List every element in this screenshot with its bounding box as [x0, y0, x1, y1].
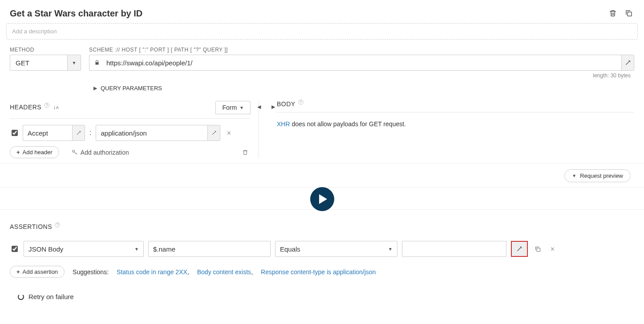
caret-right-icon: ▶ — [93, 85, 97, 91]
url-length-text: length: 30 bytes — [0, 71, 644, 79]
lock-icon — [89, 60, 105, 66]
svg-rect-0 — [628, 12, 632, 16]
assertions-title: ASSERTIONS — [10, 223, 52, 230]
assertion-path-input[interactable]: $.name — [148, 241, 271, 257]
help-icon[interactable]: ? — [44, 103, 49, 108]
suggestions-label: Suggestions: — [73, 268, 109, 276]
add-authorization-button[interactable]: Add authorization — [72, 149, 129, 156]
delete-button[interactable] — [608, 8, 618, 19]
colon-separator: : — [89, 129, 92, 137]
assertion-expected-input[interactable] — [402, 241, 506, 257]
help-icon[interactable]: ? — [55, 222, 60, 228]
url-input[interactable]: https://swapi.co/api/people/1/ — [89, 55, 634, 71]
collapse-left-icon[interactable]: ◀ — [255, 102, 263, 112]
suggestion-link[interactable]: Status code in range 2XX — [117, 268, 189, 276]
assertion-magic-wand-button[interactable] — [511, 241, 528, 257]
assertion-row: JSON Body▼ $.name Equals▼ ✕ — [0, 241, 644, 262]
method-label: METHOD — [10, 47, 81, 53]
add-assertion-button[interactable]: +Add assertion — [10, 266, 65, 278]
retry-on-failure-toggle[interactable]: Retry on failure — [0, 281, 644, 309]
caret-down-icon: ▼ — [67, 55, 81, 70]
play-icon — [319, 194, 327, 204]
assertion-source-select[interactable]: JSON Body▼ — [24, 241, 144, 257]
help-icon[interactable]: ? — [298, 100, 304, 105]
headers-title: HEADERS — [10, 104, 41, 111]
suggestion-link[interactable]: Response content-type is application/jso… — [261, 268, 376, 276]
body-title: BODY — [277, 100, 296, 108]
remove-header-button[interactable]: ✕ — [224, 130, 234, 136]
add-header-button[interactable]: +Add header — [10, 146, 59, 158]
magic-wand-icon[interactable] — [72, 125, 85, 140]
page-title: Get a Star Wars character by ID — [10, 8, 142, 19]
copy-button[interactable] — [624, 8, 634, 19]
run-request-button[interactable] — [310, 187, 334, 211]
assertion-enabled-checkbox[interactable] — [12, 246, 18, 252]
suggestion-link[interactable]: Body content exists — [197, 268, 253, 276]
clear-headers-button[interactable] — [240, 147, 251, 158]
query-parameters-toggle[interactable]: ▶ QUERY PARAMETERS — [0, 79, 644, 98]
url-scheme-label: SCHEME :// HOST [ ":" PORT ] [ PATH [ "?… — [89, 47, 228, 53]
sort-icon[interactable]: ↓A — [53, 104, 59, 110]
magic-wand-icon[interactable] — [207, 125, 220, 140]
svg-point-1 — [73, 150, 75, 152]
body-message: XHR does not allow payloads for GET requ… — [277, 119, 634, 128]
xhr-link[interactable]: XHR — [277, 120, 290, 128]
header-enabled-checkbox[interactable] — [12, 130, 18, 136]
remove-assertion-button[interactable]: ✕ — [547, 246, 558, 252]
request-preview-button[interactable]: ▼Request preview — [564, 169, 631, 182]
copy-assertion-button[interactable] — [532, 244, 543, 254]
magic-wand-icon[interactable] — [621, 55, 634, 70]
assertion-operator-select[interactable]: Equals▼ — [275, 241, 397, 257]
svg-rect-2 — [537, 248, 540, 252]
header-value-input[interactable]: application/json — [96, 125, 220, 141]
reload-icon — [18, 294, 24, 300]
method-select[interactable]: GET ▼ — [10, 55, 81, 71]
header-row: Accept : application/json ✕ — [10, 125, 251, 141]
header-name-input[interactable]: Accept — [23, 125, 85, 141]
description-input[interactable]: Add a description — [6, 23, 638, 40]
headers-form-toggle[interactable]: Form ▼ — [215, 101, 251, 114]
collapse-right-icon[interactable]: ▶ — [269, 102, 278, 112]
